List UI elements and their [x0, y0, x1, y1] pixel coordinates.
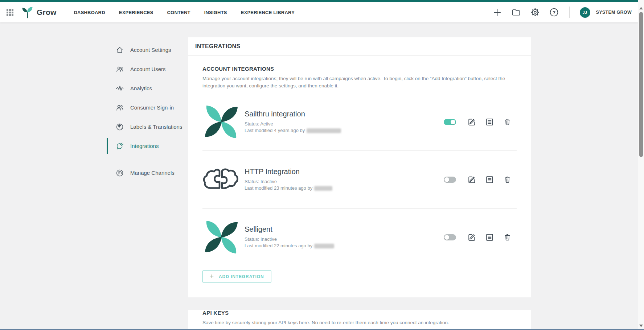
integration-row-sailthru: Sailthru integration Status: Active Last… [202, 93, 517, 151]
sidebar-divider [107, 159, 183, 159]
integration-name: HTTP Integration [245, 168, 332, 176]
integration-row-http: HTTP Integration Status: Inactive Last m… [202, 151, 517, 209]
edit-icon[interactable] [467, 117, 477, 127]
page-content: Account Settings Account Users Analytics [0, 22, 638, 329]
sidebar-label: Labels & Translations [130, 124, 182, 130]
pulse-icon [115, 84, 124, 93]
broadcast-icon [115, 169, 124, 177]
card-gap [188, 297, 531, 300]
sidebar-item-account-users[interactable]: Account Users [107, 59, 183, 79]
add-integration-button[interactable]: + ADD INTEGRATION [202, 270, 271, 283]
flower-logo-icon [203, 104, 239, 140]
integration-name: Selligent [245, 225, 334, 234]
sidebar-label: Account Settings [130, 47, 171, 53]
nav-experiences[interactable]: EXPERIENCES [119, 10, 153, 15]
edit-icon[interactable] [467, 174, 477, 185]
api-keys-card: API KEYS Save time by securely storing y… [188, 310, 531, 329]
sidebar-item-integrations[interactable]: Integrations [107, 136, 183, 156]
delete-trash-icon[interactable] [502, 232, 512, 242]
integration-toggle[interactable] [444, 119, 456, 125]
settings-sidebar: Account Settings Account Users Analytics [107, 40, 183, 182]
api-keys-description: Save time by securely storing your API k… [202, 319, 517, 326]
sidebar-item-account-settings[interactable]: Account Settings [107, 40, 183, 59]
account-integrations-description: Manage your account integrations; they w… [202, 75, 517, 90]
nav-experience-library[interactable]: EXPERIENCE LIBRARY [241, 10, 295, 15]
settings-gear-icon[interactable] [530, 7, 540, 17]
account-integrations-title: ACCOUNT INTEGRATIONS [202, 66, 517, 72]
http-logo [202, 161, 240, 198]
topbar-divider [569, 7, 570, 18]
integration-status: Status: Inactive [245, 236, 334, 243]
folder-icon[interactable] [511, 7, 521, 17]
selligent-logo [202, 218, 240, 256]
globe-icon [115, 123, 124, 131]
integration-status: Status: Inactive [245, 178, 332, 185]
delete-trash-icon[interactable] [502, 117, 512, 127]
nav-content[interactable]: CONTENT [167, 10, 190, 15]
home-icon [115, 46, 124, 54]
sidebar-item-labels-translations[interactable]: Labels & Translations [107, 117, 183, 136]
redacted-user-name [307, 128, 341, 133]
integration-toggle[interactable] [444, 234, 456, 240]
api-keys-title: API KEYS [202, 310, 517, 316]
main-panel: INTEGRATIONS ACCOUNT INTEGRATIONS Manage… [188, 37, 531, 329]
sailthru-logo [202, 103, 240, 141]
log-icon[interactable] [484, 117, 495, 127]
page-title: INTEGRATIONS [188, 37, 531, 55]
integration-modified: Last modified 22 minutes ago by [245, 243, 334, 249]
brand-logo[interactable]: Grow [21, 6, 56, 19]
nav-insights[interactable]: INSIGHTS [204, 10, 227, 15]
integration-toggle[interactable] [444, 177, 456, 183]
users-icon [115, 65, 124, 74]
sidebar-item-consumer-sign-in[interactable]: Consumer Sign-in [107, 98, 183, 117]
redacted-user-name [314, 186, 332, 191]
integration-name: Sailthru integration [245, 110, 341, 118]
vertical-scrollbar[interactable] [638, 0, 644, 330]
integration-modified: Last modified 23 minutes ago by [245, 185, 332, 191]
sidebar-item-analytics[interactable]: Analytics [107, 79, 183, 98]
sidebar-label: Integrations [130, 143, 159, 149]
nav-dashboard[interactable]: DASHBOARD [74, 10, 105, 15]
top-accent-bar [0, 0, 638, 2]
flower-logo-icon [203, 219, 239, 255]
seedling-icon [21, 6, 34, 19]
top-navigation: DASHBOARD EXPERIENCES CONTENT INSIGHTS E… [74, 10, 295, 15]
sidebar-label: Manage Channels [130, 170, 175, 176]
user-avatar[interactable]: JJ [580, 7, 590, 18]
scrollbar-thumb[interactable] [639, 12, 643, 157]
integrations-card: INTEGRATIONS ACCOUNT INTEGRATIONS Manage… [188, 37, 531, 297]
account-name[interactable]: SYSTEM GROW [596, 10, 632, 15]
help-icon[interactable]: ? [549, 7, 559, 17]
log-icon[interactable] [484, 174, 495, 185]
brand-name: Grow [37, 8, 56, 17]
delete-trash-icon[interactable] [502, 174, 512, 185]
scroll-up-arrow[interactable] [639, 7, 643, 9]
redacted-user-name [314, 244, 334, 248]
app-grid-icon[interactable] [7, 9, 13, 16]
integration-modified: Last modified 4 years ago by [245, 127, 341, 134]
edit-icon[interactable] [467, 232, 477, 242]
plus-icon: + [210, 273, 214, 280]
integration-row-selligent: Selligent Status: Inactive Last modified… [202, 209, 517, 266]
integration-list: Sailthru integration Status: Active Last… [202, 93, 517, 266]
users-icon [115, 103, 124, 112]
create-plus-icon[interactable] [492, 7, 503, 17]
sidebar-label: Consumer Sign-in [130, 104, 174, 111]
sidebar-label: Account Users [130, 66, 166, 72]
log-icon[interactable] [484, 232, 495, 242]
integration-status: Status: Active [245, 121, 341, 127]
cloud-puzzle-icon [202, 165, 240, 194]
sidebar-item-manage-channels[interactable]: Manage Channels [107, 163, 183, 182]
plug-icon [115, 142, 124, 150]
top-app-bar: Grow DASHBOARD EXPERIENCES CONTENT INSIG… [0, 2, 638, 22]
svg-text:?: ? [552, 10, 555, 15]
scroll-down-arrow[interactable] [639, 325, 643, 327]
sidebar-label: Analytics [130, 85, 152, 91]
